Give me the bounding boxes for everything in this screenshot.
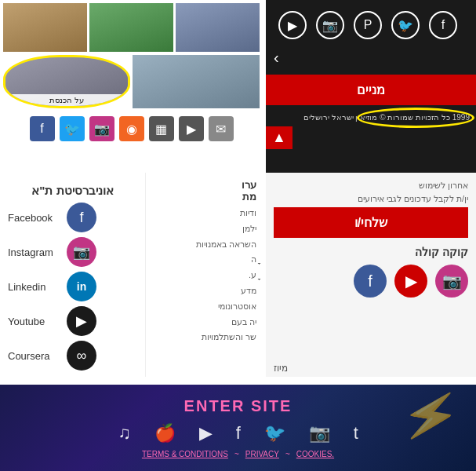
cookies-link[interactable]: COOKIES. [296, 450, 334, 458]
image-row-2: על הכנסת מאגר החקיקה הלאומי [0, 55, 263, 110]
copyright-span: 1999 כל הזכויות שמורות © מוזיאון ישראל י… [303, 113, 470, 122]
twitter-icon-circle[interactable]: 🐦 [391, 11, 420, 39]
image-cell-4[interactable]: על הכנסת [3, 55, 130, 108]
image-cell-3[interactable]: חברי הכנסת [176, 3, 260, 52]
social-bar-left: f 🐦 📷 ◉ ▦ ▶ ✉ [0, 110, 263, 148]
sep-1: ~ [234, 450, 239, 458]
privacy-link[interactable]: PRIVACY [245, 450, 279, 458]
top-right-panel: ▶ 📷 P 🐦 f ‹ מניים 1999 כל הזכויות שמורות… [266, 0, 476, 173]
lightning-decoration: ⚡ [398, 388, 463, 444]
login-label: אחרון לשימוש [274, 181, 468, 191]
middle-left-panel: אוניברסיטת ת"א Facebook f Instagram 📷 Li… [0, 173, 145, 377]
coursera-label: Coursera [8, 350, 59, 362]
sep-2: ~ [285, 450, 290, 458]
youtube-icon-circle[interactable]: ▶ [278, 11, 307, 39]
middle-right-panel: אחרון לשימוש ין/ת לקבל עדכונים לגבי אירו… [266, 173, 476, 377]
facebook-label: Facebook [8, 212, 59, 224]
linkedin-row: Linkedin in [8, 272, 137, 301]
image-label-4: על הכנסת [5, 94, 128, 106]
menu-red-button[interactable]: מניים [266, 75, 476, 105]
form-facebook-btn[interactable]: f [354, 265, 387, 298]
list-items: ודיות ילמן השראה באמנויות ָה ָע. מדע אוס… [152, 206, 256, 345]
youtube-bottom-icon[interactable]: ▶ [199, 423, 213, 444]
red-arrow-row: ▲ [266, 125, 476, 149]
spotify-icon[interactable]: ♫ [118, 423, 131, 444]
instagram-round-btn[interactable]: 📷 [67, 237, 96, 267]
social-icons-top-row: ▶ 📷 P 🐦 f [266, 0, 476, 46]
submit-button[interactable]: שלחי/ו [274, 207, 468, 238]
instagram-social-icon[interactable]: 📷 [89, 116, 114, 141]
instagram-row: Instagram 📷 [8, 237, 137, 267]
facebook-icon-circle[interactable]: f [429, 11, 457, 39]
image-placeholder-2 [89, 3, 173, 52]
bottom-icons-row: ♫ 🍎 ▶ f 🐦 📷 t [118, 423, 358, 444]
grid-social-icon[interactable]: ▦ [149, 116, 174, 141]
bottom-links-row: TERMS & CONDITIONS ~ PRIVACY ~ COOKIES. [142, 450, 334, 458]
facebook-row: Facebook f [8, 203, 137, 232]
apple-icon[interactable]: 🍎 [154, 423, 176, 444]
coursera-row: Coursera ∞ [8, 341, 137, 371]
rss-social-icon[interactable]: ◉ [119, 116, 144, 141]
coursera-round-btn[interactable]: ∞ [67, 341, 96, 371]
facebook-bottom-icon[interactable]: f [236, 423, 241, 444]
red-up-arrow[interactable]: ▲ [266, 126, 293, 149]
pinterest-icon-circle[interactable]: P [354, 11, 382, 39]
youtube-row: Youtube ▶ [8, 306, 137, 336]
middle-center-panel: ערומת ודיות ילמן השראה באמנויות ָה ָע. מ… [145, 173, 263, 377]
image-cell-1[interactable]: הוועדות [3, 3, 87, 52]
arrow-left-btn[interactable]: ‹ [266, 46, 476, 70]
voice-title: קוקה קולה [274, 246, 468, 258]
youtube-round-btn[interactable]: ▶ [67, 306, 96, 336]
image-row-1: הוועדות המליאה חברי הכנסת [0, 0, 263, 55]
image-placeholder [3, 3, 87, 52]
copyright-text: 1999 כל הזכויות שמורות © מוזיאון ישראל י… [266, 110, 476, 125]
form-instagram-btn[interactable]: 📷 [435, 265, 468, 298]
instagram-label: Instagram [8, 246, 59, 258]
linkedin-label: Linkedin [8, 281, 59, 293]
myz-label: מיוז [274, 363, 288, 374]
twitter-social-icon[interactable]: 🐦 [60, 116, 85, 141]
mail-social-icon[interactable]: ✉ [209, 116, 234, 141]
facebook-round-btn[interactable]: f [67, 203, 96, 232]
video-social-icon[interactable]: ▶ [179, 116, 204, 141]
enter-site-title: ENTER SITE [184, 397, 293, 415]
image-placeholder-3 [176, 3, 260, 52]
top-left-panel: הוועדות המליאה חברי הכנסת על הכנסת מאגר … [0, 0, 263, 173]
facebook-social-icon[interactable]: f [30, 116, 55, 141]
subscribe-label: ין/ת לקבל עדכונים לגבי אירועים [274, 194, 468, 204]
terms-link[interactable]: TERMS & CONDITIONS [142, 450, 228, 458]
image-placeholder-5 [133, 55, 260, 108]
form-social-icons-row: 📷 ▶ f [274, 265, 468, 298]
instagram-bottom-icon[interactable]: 📷 [309, 423, 330, 444]
form-youtube-btn[interactable]: ▶ [394, 265, 427, 298]
list-title: ערומת [152, 179, 256, 203]
image-cell-2[interactable]: המליאה [89, 3, 173, 52]
linkedin-round-btn[interactable]: in [67, 272, 96, 301]
university-title: אוניברסיטת ת"א [8, 181, 137, 198]
bottom-section: ⚡ ENTER SITE ♫ 🍎 ▶ f 🐦 📷 t TERMS & CONDI… [0, 385, 476, 471]
instagram-icon-circle[interactable]: 📷 [316, 11, 344, 39]
image-cell-5[interactable]: מאגר החקיקה הלאומי [133, 55, 260, 108]
tumblr-bottom-icon[interactable]: t [354, 423, 358, 444]
twitter-bottom-icon[interactable]: 🐦 [264, 423, 285, 444]
youtube-label: Youtube [8, 316, 59, 327]
